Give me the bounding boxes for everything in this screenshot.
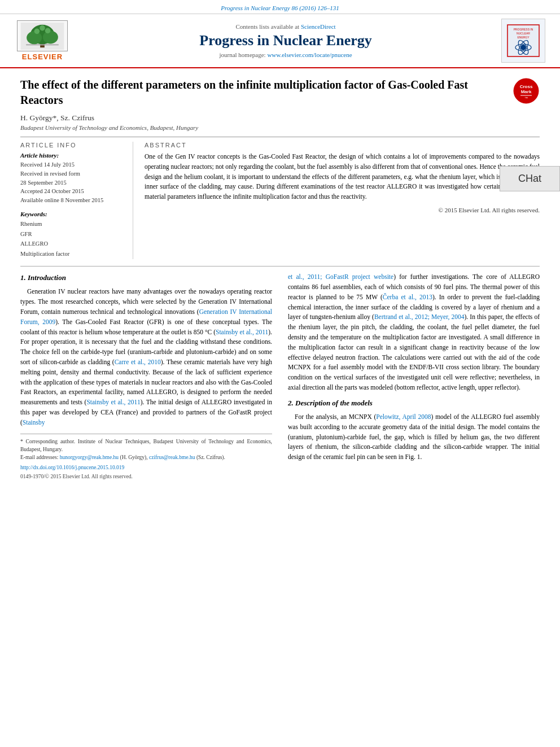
crossmark-badge: Cross Mark ™	[513, 77, 540, 104]
keyword-3: ALLEGRO	[20, 239, 124, 249]
journal-header-center: Contents lists available at ScienceDirec…	[73, 23, 498, 58]
gen4-forum-link[interactable]: Generation IV International Forum, 2009	[20, 308, 272, 325]
svg-point-6	[45, 28, 51, 33]
abstract-column: ABSTRACT One of the Gen IV reactor conce…	[133, 142, 540, 259]
info-abstract-section: ARTICLE INFO Article history: Received 1…	[20, 137, 540, 259]
abstract-heading: ABSTRACT	[145, 142, 540, 148]
journal-title: Progress in Nuclear Energy	[85, 32, 487, 49]
svg-point-4	[43, 30, 58, 43]
svg-point-7	[40, 25, 45, 30]
stainsby-link-2[interactable]: Stainsby et al., 2011	[86, 399, 140, 405]
homepage-link[interactable]: www.elsevier.com/locate/pnucene	[267, 51, 352, 58]
elsevier-tree-logo	[17, 20, 68, 51]
received-revised-date: 28 September 2015	[20, 178, 124, 187]
stainsby-link-1[interactable]: Stainsby et al., 2011	[216, 329, 268, 335]
article-title-section: The effect of the different parameters o…	[20, 77, 540, 108]
footnote-area: * Corresponding author. Institute of Nuc…	[20, 434, 272, 480]
elsevier-logo-area: ELSEVIER	[11, 20, 73, 61]
carre-link[interactable]: Carre et al., 2010	[115, 359, 161, 365]
footnote-email: E-mail addresses: hunorgyorgy@reak.bme.h…	[20, 453, 272, 461]
body-columns: 1. Introduction Generation IV nuclear re…	[20, 272, 540, 480]
article-info-column: ARTICLE INFO Article history: Received 1…	[20, 142, 133, 259]
stainsby-gofastr-link[interactable]: et al., 2011; GoFastR project website	[288, 273, 393, 280]
svg-text:™: ™	[524, 97, 528, 100]
received-revised-label: Received in revised form	[20, 169, 124, 178]
svg-rect-8	[26, 44, 59, 45]
sciencedirect-link[interactable]: ScienceDirect	[301, 23, 336, 30]
header-area: ELSEVIER Contents lists available at Sci…	[0, 14, 560, 68]
journal-logo-right: PROGRESS IN NUCLEAR ENERGY	[498, 19, 549, 63]
pin-logo: PROGRESS IN NUCLEAR ENERGY	[501, 19, 545, 63]
body-left-column: 1. Introduction Generation IV nuclear re…	[20, 272, 272, 480]
body-paragraph-1: Generation IV nuclear reactors have many…	[20, 287, 272, 427]
journal-ref: Progress in Nuclear Energy 86 (2016) 126…	[221, 5, 339, 11]
keyword-2: GFR	[20, 229, 124, 239]
top-banner: Progress in Nuclear Energy 86 (2016) 126…	[0, 0, 560, 14]
body-paragraph-right-2: For the analysis, an MCNPX (Pelowitz, Ap…	[288, 412, 540, 462]
section2-title: 2. Description of the models	[288, 397, 540, 409]
elsevier-wordmark: ELSEVIER	[22, 53, 63, 61]
article-title: The effect of the different parameters o…	[20, 77, 507, 108]
svg-text:Cross: Cross	[520, 84, 533, 89]
article-history-title: Article history:	[20, 152, 124, 159]
contents-available-line: Contents lists available at ScienceDirec…	[85, 23, 487, 30]
received-date: Received 14 July 2015	[20, 160, 124, 169]
footnote-corresponding: * Corresponding author. Institute of Nuc…	[20, 438, 272, 454]
doi-link[interactable]: http://dx.doi.org/10.1016/j.pnucene.2015…	[20, 465, 124, 470]
article-info-heading: ARTICLE INFO	[20, 142, 124, 148]
accepted-date: Accepted 24 October 2015	[20, 187, 124, 196]
chat-button[interactable]: CHat	[500, 166, 560, 191]
svg-text:ENERGY: ENERGY	[517, 36, 530, 39]
body-paragraph-right-1: et al., 2011; GoFastR project website) f…	[288, 272, 540, 393]
svg-text:PROGRESS IN: PROGRESS IN	[514, 28, 533, 31]
stainsby-link-3[interactable]: Stainsby	[23, 419, 45, 426]
section-divider	[20, 266, 540, 267]
svg-point-5	[34, 28, 40, 34]
keyword-4: Multiplication factor	[20, 249, 124, 259]
authors-line: H. György*, Sz. Czifrus	[20, 113, 540, 123]
svg-text:NUCLEAR: NUCLEAR	[517, 32, 530, 35]
body-right-column: et al., 2011; GoFastR project website) f…	[288, 272, 540, 480]
svg-text:Mark: Mark	[521, 89, 532, 94]
abstract-text: One of the Gen IV reactor concepts is th…	[145, 152, 540, 202]
bertrand-link[interactable]: Bertrand et al., 2012; Meyer, 2004	[374, 313, 465, 320]
email-link-2[interactable]: czifrus@reak.bme.hu	[149, 455, 195, 460]
abstract-copyright: © 2015 Elsevier Ltd. All rights reserved…	[145, 207, 540, 213]
section1-title: 1. Introduction	[20, 272, 272, 283]
homepage-line: journal homepage: www.elsevier.com/locat…	[85, 51, 487, 58]
svg-point-3	[27, 31, 42, 44]
keyword-1: Rhenium	[20, 219, 124, 229]
main-content: The effect of the different parameters o…	[0, 68, 560, 490]
affiliation-line: Budapest University of Technology and Ec…	[20, 124, 540, 131]
pelowitz-link[interactable]: Pelowitz, April 2008	[376, 413, 431, 420]
available-online: Available online 8 November 2015	[20, 196, 124, 205]
cerba-link[interactable]: Čerba et al., 2013	[383, 294, 432, 300]
issn-line: 0149-1970/© 2015 Elsevier Ltd. All right…	[20, 473, 272, 480]
svg-point-14	[520, 45, 526, 50]
email-link-1[interactable]: hunorgyorgy@reak.bme.hu	[60, 455, 119, 460]
keywords-title: Keywords:	[20, 211, 124, 217]
doi-line: http://dx.doi.org/10.1016/j.pnucene.2015…	[20, 464, 272, 471]
